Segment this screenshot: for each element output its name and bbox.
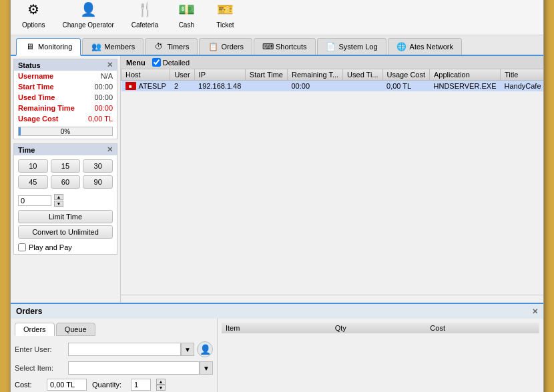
quantity-label: Quantity: (92, 381, 125, 389)
col-usage-cost: Usage Cost (382, 69, 429, 81)
menu-view-label: Menu (126, 59, 146, 67)
enter-user-dropdown[interactable]: ▼ (181, 343, 194, 356)
status-username-row: Username N/A (14, 71, 117, 81)
cell-title: HandyCafe Server (500, 81, 543, 92)
cafeteria-button[interactable]: 🍴 Cafeteria (125, 0, 165, 32)
quantity-input[interactable] (131, 379, 151, 391)
horizontal-scrollbar[interactable] (121, 295, 543, 303)
custom-time-row: ▲ ▼ (14, 193, 117, 208)
host-status-icon: ■ (125, 82, 136, 90)
cell-host: ■ ATESLP (121, 81, 170, 92)
quantity-spinner: ▲ ▼ (156, 379, 166, 391)
col-application: Application (430, 69, 501, 81)
status-usedtime-row: Used Time 00:00 (14, 92, 117, 103)
play-and-pay-checkbox[interactable] (18, 243, 26, 251)
tab-orders[interactable]: 📋 Orders (199, 38, 252, 55)
data-table: Host User IP Start Time Remaining T... U… (121, 69, 543, 295)
cost-input[interactable] (47, 379, 87, 391)
col-title: Title (500, 69, 543, 81)
time-close-button[interactable]: ✕ (107, 145, 113, 154)
shortcuts-icon: ⌨ (262, 41, 273, 52)
detailed-checkbox[interactable] (152, 58, 161, 67)
play-and-pay-row: Play and Pay (14, 241, 117, 254)
orders-tab-icon: 📋 (208, 41, 218, 52)
status-starttime-row: Start Time 00:00 (14, 81, 117, 92)
custom-time-input[interactable] (18, 195, 51, 206)
orders-body: Orders Queue Enter User: ▼ 👤 Select Item… (11, 319, 543, 392)
select-item-dropdown[interactable]: ▼ (200, 361, 213, 375)
main-window: HandyCafe Server ─ □ ✕ File Reporting Vi… (10, 0, 544, 392)
ticket-button[interactable]: 🎫 Ticket (208, 0, 242, 32)
main-table: Host User IP Start Time Remaining T... U… (121, 69, 543, 92)
members-icon: 👥 (91, 41, 101, 52)
status-header: Status ✕ (14, 59, 117, 71)
status-close-button[interactable]: ✕ (107, 61, 113, 69)
cost-qty-row: Cost: Quantity: ▲ ▼ (15, 379, 213, 391)
table-row[interactable]: ■ ATESLP 2 192.168.1.48 00:00 0,00 TL HN… (121, 81, 544, 92)
orders-table-header: Item Qty Cost (222, 323, 539, 334)
select-item-label: Select Item: (15, 364, 68, 372)
time-header: Time ✕ (14, 144, 117, 155)
orders-form: Orders Queue Enter User: ▼ 👤 Select Item… (11, 319, 218, 392)
change-operator-icon: 👤 (77, 0, 99, 20)
time-btn-45[interactable]: 45 (18, 175, 48, 189)
time-spin-up[interactable]: ▲ (54, 194, 63, 200)
tab-members[interactable]: 👥 Members (82, 38, 144, 55)
cell-remaining: 00:00 (287, 81, 342, 92)
orders-section: Orders ✕ Orders Queue Enter User: ▼ 👤 Se… (11, 303, 543, 392)
change-operator-button[interactable]: 👤 Change Operator (56, 0, 119, 32)
tab-timers[interactable]: ⏱ Timers (145, 38, 198, 55)
time-btn-90[interactable]: 90 (83, 175, 113, 189)
col-ip: IP (194, 69, 245, 81)
enter-user-input[interactable] (68, 343, 181, 356)
timers-icon: ⏱ (154, 41, 164, 52)
right-panel: Menu Detailed Host User IP Start Time (121, 56, 543, 303)
tab-monitoring[interactable]: 🖥 Monitoring (16, 38, 81, 56)
orders-header: Orders ✕ (11, 304, 543, 319)
tab-ates-network[interactable]: 🌐 Ates Network (388, 38, 462, 55)
orders-right-panel: Item Qty Cost (218, 319, 543, 392)
view-bar: Menu Detailed (121, 56, 543, 69)
qty-spin-down[interactable]: ▼ (156, 385, 166, 391)
qty-spin-up[interactable]: ▲ (156, 379, 166, 385)
time-panel: Time ✕ 10 15 30 45 60 90 ▲ ▼ (13, 143, 117, 255)
orders-col-item: Item (222, 323, 331, 334)
time-spin-down[interactable]: ▼ (54, 201, 63, 207)
time-btn-10[interactable]: 10 (18, 159, 48, 173)
time-btn-15[interactable]: 15 (51, 159, 81, 173)
cash-button[interactable]: 💵 Cash (170, 0, 203, 32)
cell-usage-cost: 0,00 TL (382, 81, 429, 92)
time-buttons-grid: 10 15 30 45 60 90 (14, 155, 117, 193)
orders-close-button[interactable]: ✕ (532, 307, 538, 316)
convert-unlimited-button[interactable]: Convert to Unlimited (18, 225, 113, 239)
time-btn-60[interactable]: 60 (51, 175, 81, 189)
cell-user: 2 (170, 81, 194, 92)
orders-table: Item Qty Cost (222, 323, 539, 334)
cafeteria-icon: 🍴 (134, 0, 156, 20)
progress-bar: 0% (18, 127, 113, 136)
cell-application: HNDSERVER.EXE (430, 81, 501, 92)
orders-tab-orders[interactable]: Orders (15, 323, 55, 336)
select-item-input[interactable] (68, 361, 200, 375)
limit-time-button[interactable]: Limit Time (18, 210, 113, 223)
enter-user-add-button[interactable]: 👤 (197, 341, 213, 357)
time-btn-30[interactable]: 30 (83, 159, 113, 173)
detailed-label: Detailed (163, 59, 190, 67)
content-area: Status ✕ Username N/A Start Time 00:00 U… (11, 56, 543, 303)
ticket-icon: 🎫 (214, 0, 236, 20)
monitoring-icon: 🖥 (25, 41, 35, 52)
tab-system-log[interactable]: 📄 System Log (317, 38, 386, 55)
play-and-pay-label: Play and Pay (29, 243, 72, 251)
cell-ip: 192.168.1.48 (194, 81, 245, 92)
orders-tab-queue[interactable]: Queue (56, 323, 95, 336)
status-remaining-row: Remaining Time 00:00 (14, 103, 117, 113)
orders-col-cost: Cost (426, 323, 539, 334)
detailed-label-row: Detailed (152, 58, 190, 67)
col-host: Host (121, 69, 170, 81)
options-button[interactable]: ⚙ Options (16, 0, 51, 32)
orders-col-qty: Qty (331, 323, 427, 334)
tabs-nav: 🖥 Monitoring 👥 Members ⏱ Timers 📋 Orders… (11, 35, 543, 56)
orders-tabs: Orders Queue (15, 323, 213, 336)
tab-shortcuts[interactable]: ⌨ Shortcuts (254, 38, 315, 55)
left-panel: Status ✕ Username N/A Start Time 00:00 U… (11, 56, 121, 303)
